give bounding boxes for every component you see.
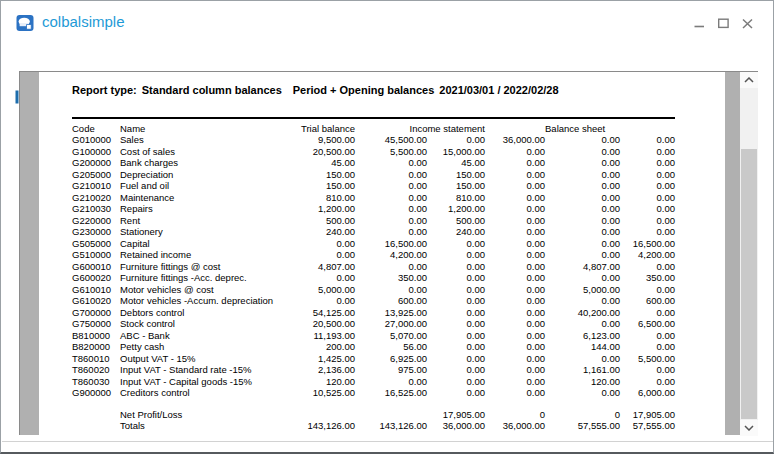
cell-value: 6,925.00 xyxy=(355,353,427,365)
cell-value: 240.00 xyxy=(427,226,485,238)
cell-name: Depreciation xyxy=(120,169,283,181)
titlebar[interactable]: colbalsimple xyxy=(1,1,773,41)
cell-name: Maintenance xyxy=(120,192,283,204)
close-button[interactable] xyxy=(737,15,757,32)
table-row: G210030Repairs1,200.000.001,200.000.000.… xyxy=(72,203,675,215)
cell-value: 1,200.00 xyxy=(427,203,485,215)
cell-value: 500.00 xyxy=(427,215,485,227)
cell-value: 150.00 xyxy=(283,180,355,192)
report-type-value: Standard column balances xyxy=(142,84,282,96)
cell-value: 5,000.00 xyxy=(283,284,355,296)
cell-name: Input VAT - Standard rate -15% xyxy=(120,364,283,376)
cell-value: 0.00 xyxy=(427,376,485,388)
cell-value: 11,193.00 xyxy=(283,330,355,342)
column-header-trial-balance: Trial balance xyxy=(283,118,355,134)
table-row: G610010Motor vehicles @ cost5,000.000.00… xyxy=(72,284,675,296)
cell-value: 2,136.00 xyxy=(283,364,355,376)
cell-value: 0.00 xyxy=(427,341,485,353)
cell-value: 0.00 xyxy=(427,272,485,284)
spacer-cell xyxy=(72,399,675,409)
cell-code: G505000 xyxy=(72,238,120,250)
cell-name: Output VAT - 15% xyxy=(120,353,283,365)
cell-value: 0.00 xyxy=(427,307,485,319)
table-header-row: Code Name Trial balance Income statement… xyxy=(72,118,675,134)
cell-name: Bank charges xyxy=(120,157,283,169)
cell-value: 0.00 xyxy=(545,272,620,284)
cell-value: 0.00 xyxy=(620,226,675,238)
cell-value: 4,807.00 xyxy=(283,261,355,273)
cell-value: 0.00 xyxy=(545,146,620,158)
cell-code: G230000 xyxy=(72,226,120,238)
cell-value: 200.00 xyxy=(283,341,355,353)
cell-value xyxy=(355,409,427,421)
cell-name: Furniture fittings @ cost xyxy=(120,261,283,273)
cell-value: 40,200.00 xyxy=(545,307,620,319)
table-row: G100000Cost of sales20,500.005,500.0015,… xyxy=(72,146,675,158)
cell-code xyxy=(72,409,120,421)
table-row: G230000Stationery240.000.00240.000.000.0… xyxy=(72,226,675,238)
cell-value: 0.00 xyxy=(485,341,545,353)
cell-code: T860020 xyxy=(72,364,120,376)
cell-value: 27,000.00 xyxy=(355,318,427,330)
cell-value: 0.00 xyxy=(427,330,485,342)
cell-value: 20,500.00 xyxy=(283,318,355,330)
cell-value: 4,200.00 xyxy=(620,249,675,261)
app-window: colbalsimple 1 xyxy=(0,0,774,454)
maximize-icon xyxy=(718,18,729,29)
cell-value: 0.00 xyxy=(355,180,427,192)
cell-value: 17,905.00 xyxy=(427,409,485,421)
scroll-down-button[interactable] xyxy=(740,420,758,436)
table-row: G610020Motor vehicles -Accum. depreciati… xyxy=(72,295,675,307)
cell-value: 16,500.00 xyxy=(620,238,675,250)
cell-value: 0.00 xyxy=(485,238,545,250)
window-title: colbalsimple xyxy=(42,13,125,30)
column-header-name: Name xyxy=(120,118,283,134)
table-row: G210020Maintenance810.000.00810.000.000.… xyxy=(72,192,675,204)
table-row: G700000Debtors control54,125.0013,925.00… xyxy=(72,307,675,319)
scrollbar-thumb[interactable] xyxy=(741,149,757,419)
cell-value: 0.00 xyxy=(355,169,427,181)
preview-bottom-divider xyxy=(2,441,774,442)
cell-value: 5,500.00 xyxy=(620,353,675,365)
summary-row: Net Profit/Loss17,905.000017,905.00 xyxy=(72,409,675,421)
cell-code xyxy=(72,420,120,432)
cell-code: G205000 xyxy=(72,169,120,181)
cell-value: 0.00 xyxy=(485,364,545,376)
cell-value: 0.00 xyxy=(545,353,620,365)
table-row: G510000Retained income0.004,200.000.000.… xyxy=(72,249,675,261)
cell-name: Petty cash xyxy=(120,341,283,353)
cell-code: G700000 xyxy=(72,307,120,319)
cell-value: 0.00 xyxy=(355,203,427,215)
cell-code: T860030 xyxy=(72,376,120,388)
cell-value: 36,000.00 xyxy=(485,420,545,432)
cell-value: 500.00 xyxy=(283,215,355,227)
table-row: G205000Depreciation150.000.00150.000.000… xyxy=(72,169,675,181)
cell-value: 0.00 xyxy=(427,261,485,273)
cell-value: 1,200.00 xyxy=(283,203,355,215)
cell-name: ABC - Bank xyxy=(120,330,283,342)
cell-value: 810.00 xyxy=(283,192,355,204)
cell-value: 150.00 xyxy=(283,169,355,181)
cell-name: Cost of sales xyxy=(120,146,283,158)
vertical-scrollbar[interactable] xyxy=(740,72,758,436)
table-row: T860030Input VAT - Capital goods -15%120… xyxy=(72,376,675,388)
cell-value: 0.00 xyxy=(427,387,485,399)
cell-value: 45.00 xyxy=(427,157,485,169)
cell-code: G100000 xyxy=(72,146,120,158)
table-row: B810000ABC - Bank11,193.005,070.000.000.… xyxy=(72,330,675,342)
cell-value: 0.00 xyxy=(355,226,427,238)
cell-value: 13,925.00 xyxy=(355,307,427,319)
scroll-up-icon xyxy=(744,77,754,83)
cell-value: 0.00 xyxy=(620,157,675,169)
cell-name: Stock control xyxy=(120,318,283,330)
cell-value: 0.00 xyxy=(485,192,545,204)
cell-value: 0.00 xyxy=(485,353,545,365)
cell-value: 0.00 xyxy=(485,203,545,215)
minimize-button[interactable] xyxy=(689,15,709,32)
maximize-button[interactable] xyxy=(713,15,733,32)
cell-value: 0.00 xyxy=(620,284,675,296)
cell-code: G200000 xyxy=(72,157,120,169)
cell-value: 0.00 xyxy=(485,376,545,388)
cell-value: 0.00 xyxy=(485,261,545,273)
scroll-up-button[interactable] xyxy=(740,72,758,88)
